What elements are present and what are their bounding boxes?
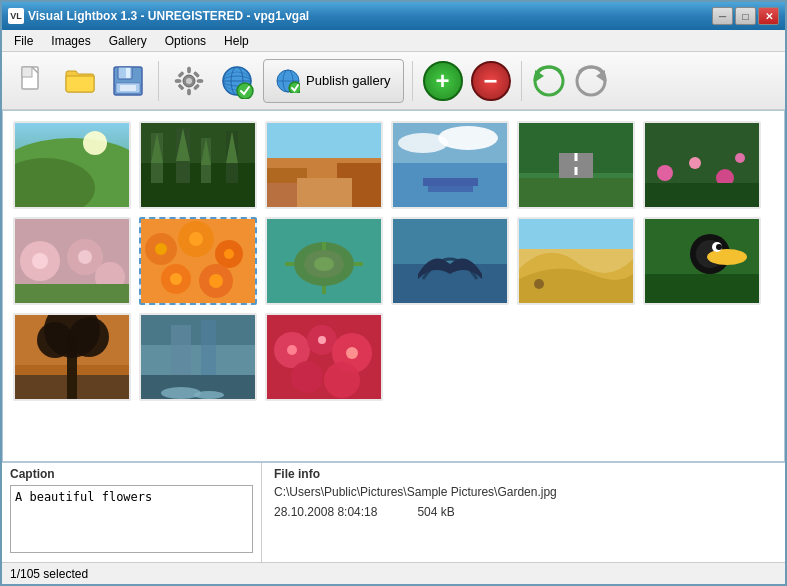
rotate-left-button[interactable] (530, 62, 568, 100)
fileinfo-panel: File info C:\Users\Public\Pictures\Sampl… (262, 463, 785, 562)
thumbnail-7[interactable] (13, 217, 131, 305)
toolbar-separator-1 (158, 61, 159, 101)
svg-rect-12 (175, 79, 181, 82)
svg-point-103 (707, 249, 747, 265)
window-controls: ─ □ ✕ (712, 7, 779, 25)
add-icon: + (423, 61, 463, 101)
publish-icon (276, 69, 300, 93)
add-images-button[interactable]: + (421, 59, 465, 103)
menu-images[interactable]: Images (43, 32, 98, 50)
thumbnail-15[interactable] (265, 313, 383, 401)
caption-label: Caption (10, 467, 253, 481)
svg-rect-11 (188, 89, 191, 95)
new-icon (14, 63, 50, 99)
globe-icon (219, 63, 255, 99)
thumbnail-13[interactable] (13, 313, 131, 401)
thumbnail-4[interactable] (391, 121, 509, 209)
thumbnail-2[interactable] (139, 121, 257, 209)
svg-point-80 (189, 232, 203, 246)
publish-button[interactable]: Publish gallery (263, 59, 404, 103)
status-text: 1/105 selected (10, 567, 88, 581)
svg-point-55 (438, 126, 498, 150)
svg-rect-57 (428, 186, 473, 192)
svg-point-112 (37, 322, 73, 358)
svg-point-35 (83, 131, 107, 155)
minimize-button[interactable]: ─ (712, 7, 733, 25)
svg-point-119 (161, 387, 201, 399)
remove-icon: − (471, 61, 511, 101)
svg-rect-115 (141, 315, 255, 345)
fileinfo-label: File info (274, 467, 773, 481)
svg-point-65 (689, 157, 701, 169)
svg-point-71 (32, 253, 48, 269)
menu-help[interactable]: Help (216, 32, 257, 50)
svg-point-125 (291, 361, 323, 393)
app-icon: VL (8, 8, 24, 24)
svg-rect-5 (126, 68, 130, 78)
menu-gallery[interactable]: Gallery (101, 32, 155, 50)
publish-label: Publish gallery (306, 73, 391, 88)
thumbnail-6[interactable] (643, 121, 761, 209)
title-bar: VL Visual Lightbox 1.3 - UNREGISTERED - … (2, 2, 785, 30)
thumbnail-1[interactable] (13, 121, 131, 209)
restore-button[interactable]: □ (735, 7, 756, 25)
svg-point-105 (716, 244, 722, 250)
open-button[interactable] (58, 59, 102, 103)
fileinfo-path: C:\Users\Public\Pictures\Sample Pictures… (274, 485, 773, 499)
svg-rect-68 (645, 183, 759, 207)
svg-point-127 (287, 345, 297, 355)
gallery-area[interactable] (2, 110, 785, 462)
svg-rect-98 (519, 219, 633, 249)
thumbnail-11[interactable] (517, 217, 635, 305)
caption-textarea[interactable] (10, 485, 253, 553)
folder-icon (62, 63, 98, 99)
fileinfo-row: 28.10.2008 8:04:18 504 kB (274, 505, 773, 519)
svg-rect-62 (519, 178, 633, 207)
svg-point-126 (324, 362, 360, 398)
save-button[interactable] (106, 59, 150, 103)
svg-point-84 (170, 273, 182, 285)
svg-rect-14 (178, 71, 184, 77)
toolbar-separator-2 (412, 61, 413, 101)
window-title: Visual Lightbox 1.3 - UNREGISTERED - vpg… (28, 9, 712, 23)
svg-rect-56 (423, 178, 478, 186)
svg-rect-16 (178, 83, 184, 89)
svg-point-99 (534, 279, 544, 289)
svg-point-9 (186, 78, 192, 84)
thumbnail-10[interactable] (391, 217, 509, 305)
menu-options[interactable]: Options (157, 32, 214, 50)
svg-point-78 (155, 243, 167, 255)
svg-point-82 (224, 249, 234, 259)
svg-rect-7 (120, 85, 136, 91)
save-icon (110, 63, 146, 99)
globe-button[interactable] (215, 59, 259, 103)
settings-button[interactable] (167, 59, 211, 103)
svg-rect-17 (193, 71, 199, 77)
rotate-right-icon (572, 62, 610, 100)
svg-point-128 (318, 336, 326, 344)
new-button[interactable] (10, 59, 54, 103)
toolbar: Publish gallery + − (2, 52, 785, 110)
svg-point-64 (657, 165, 673, 181)
svg-point-120 (194, 391, 224, 399)
thumbnail-12[interactable] (643, 217, 761, 305)
svg-rect-1 (22, 67, 32, 77)
close-button[interactable]: ✕ (758, 7, 779, 25)
svg-point-129 (346, 347, 358, 359)
svg-point-90 (314, 257, 334, 271)
caption-panel: Caption (2, 463, 262, 562)
thumbnail-9[interactable] (265, 217, 383, 305)
svg-rect-13 (197, 79, 203, 82)
svg-rect-51 (267, 183, 297, 207)
remove-images-button[interactable]: − (469, 59, 513, 103)
toolbar-separator-3 (521, 61, 522, 101)
svg-rect-50 (297, 178, 352, 207)
rotate-right-button[interactable] (572, 62, 610, 100)
thumbnail-8[interactable] (139, 217, 257, 305)
main-window: VL Visual Lightbox 1.3 - UNREGISTERED - … (0, 0, 787, 586)
thumbnail-5[interactable] (517, 121, 635, 209)
rotate-left-icon (530, 62, 568, 100)
thumbnail-3[interactable] (265, 121, 383, 209)
thumbnail-14[interactable] (139, 313, 257, 401)
menu-file[interactable]: File (6, 32, 41, 50)
